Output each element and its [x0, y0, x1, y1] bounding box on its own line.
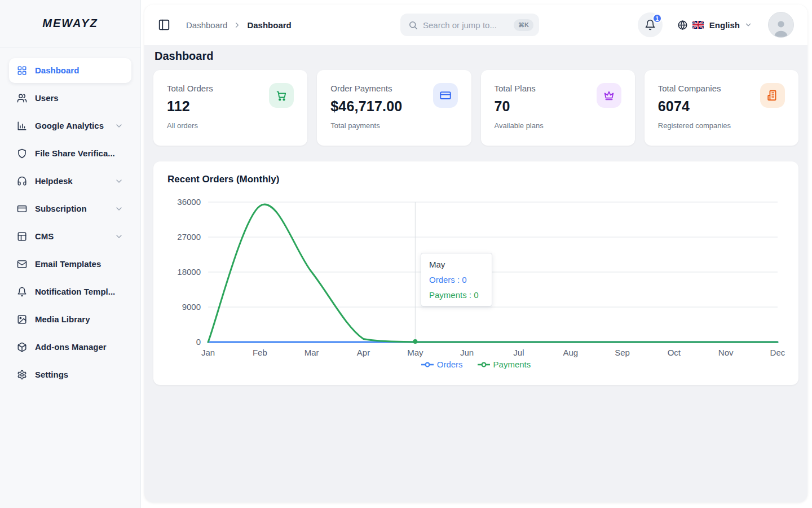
grid-icon	[17, 65, 27, 76]
sidebar-item-label: Media Library	[35, 314, 90, 325]
stat-subtitle: Registered companies	[658, 121, 785, 130]
sidebar-item-file-share-verification[interactable]: File Share Verifica...	[9, 141, 131, 166]
main-panel: Dashboard Dashboard ⌘K 1	[144, 5, 807, 502]
svg-text:Sep: Sep	[615, 348, 630, 357]
legend-item-orders[interactable]: Orders	[421, 360, 463, 369]
svg-text:Jan: Jan	[201, 348, 215, 357]
app-logo: MEWAYZ	[42, 17, 98, 30]
stat-card-order-payments: Order Payments $46,717.00 Total payments	[317, 70, 471, 146]
notifications-button[interactable]: 1	[638, 12, 663, 37]
package-icon	[17, 342, 27, 352]
sidebar-item-label: Dashboard	[35, 65, 79, 76]
stat-card-total-plans: Total Plans 70 Available plans	[481, 70, 635, 146]
svg-text:27000: 27000	[177, 232, 201, 242]
panel-left-icon	[158, 19, 170, 31]
chevron-down-icon	[114, 121, 123, 130]
chevron-down-icon	[114, 177, 123, 186]
headphones-icon	[17, 176, 27, 186]
sidebar-item-notification-templates[interactable]: Notification Templ...	[9, 279, 131, 304]
sidebar-item-addons-manager[interactable]: Add-ons Manager	[9, 335, 131, 360]
breadcrumb-current: Dashboard	[247, 20, 291, 30]
stat-subtitle: All orders	[167, 121, 294, 130]
sidebar-toggle-button[interactable]	[158, 19, 170, 31]
svg-text:May: May	[407, 348, 423, 357]
sidebar-item-label: Add-ons Manager	[35, 342, 107, 353]
svg-text:Mar: Mar	[304, 348, 319, 357]
sidebar-item-media-library[interactable]: Media Library	[9, 307, 131, 332]
sidebar-item-email-templates[interactable]: Email Templates	[9, 252, 131, 277]
tooltip-orders-row: Orders : 0	[429, 275, 484, 284]
sidebar-item-cms[interactable]: CMS	[9, 224, 131, 249]
keyboard-shortcut-badge: ⌘K	[514, 19, 533, 31]
person-icon	[773, 18, 789, 37]
chevron-down-icon	[744, 21, 752, 29]
sidebar-item-label: Settings	[35, 370, 68, 380]
credit-card-icon	[439, 89, 452, 102]
svg-text:Apr: Apr	[357, 348, 370, 357]
shield-icon	[17, 148, 27, 159]
sidebar-item-users[interactable]: Users	[9, 86, 131, 111]
search-input[interactable]	[423, 20, 509, 30]
content: Dashboard Total Orders 112 All orders Or…	[144, 45, 807, 385]
sidebar-item-label: Google Analytics	[35, 121, 104, 132]
sidebar-item-label: Email Templates	[35, 259, 101, 270]
svg-text:Nov: Nov	[718, 348, 734, 357]
sidebar-item-label: File Share Verifica...	[35, 148, 115, 159]
chart-legend: Orders Payments	[153, 360, 798, 369]
sidebar-item-label: CMS	[35, 231, 54, 242]
stat-card-total-orders: Total Orders 112 All orders	[153, 70, 307, 146]
tooltip-title: May	[429, 260, 484, 269]
avatar[interactable]	[768, 12, 794, 38]
legend-item-payments[interactable]: Payments	[478, 360, 531, 369]
crown-icon	[603, 89, 615, 102]
svg-text:Jun: Jun	[460, 348, 474, 357]
globe-icon	[677, 20, 688, 30]
svg-text:Feb: Feb	[253, 348, 267, 357]
stat-subtitle: Available plans	[495, 121, 621, 130]
legend-label: Payments	[493, 360, 531, 369]
svg-text:36000: 36000	[177, 197, 201, 207]
sidebar-item-dashboard[interactable]: Dashboard	[9, 58, 131, 83]
chart-card: Recent Orders (Monthly) 0900018000270003…	[153, 161, 798, 385]
svg-text:Jul: Jul	[513, 348, 524, 357]
svg-text:Oct: Oct	[668, 348, 681, 357]
svg-text:0: 0	[196, 337, 201, 347]
building-icon	[766, 89, 779, 102]
sidebar-item-label: Helpdesk	[35, 176, 73, 187]
page-title: Dashboard	[155, 49, 798, 63]
chevron-down-icon	[114, 204, 123, 213]
stat-iconbox	[597, 83, 621, 108]
sidebar-item-settings[interactable]: Settings	[9, 362, 131, 387]
cart-icon	[275, 89, 288, 102]
stat-iconbox	[269, 83, 294, 108]
line-dot-marker-icon	[421, 362, 434, 367]
sidebar-item-subscription[interactable]: Subscription	[9, 196, 131, 221]
svg-text:Dec: Dec	[770, 348, 785, 357]
breadcrumb-parent[interactable]: Dashboard	[186, 20, 227, 30]
sidebar-item-label: Notification Templ...	[35, 287, 115, 297]
logo-wrap: MEWAYZ	[0, 0, 140, 47]
layout-icon	[17, 231, 27, 242]
search-box[interactable]: ⌘K	[400, 14, 539, 36]
sidebar-item-helpdesk[interactable]: Helpdesk	[9, 169, 131, 194]
topbar-right: 1 English	[638, 12, 794, 38]
svg-text:18000: 18000	[177, 267, 201, 277]
stats-row: Total Orders 112 All orders Order Paymen…	[153, 70, 798, 146]
sidebar-nav: Dashboard Users Google Analytics File Sh…	[0, 47, 140, 401]
stat-iconbox	[760, 83, 785, 108]
chevron-right-icon	[233, 21, 241, 29]
uk-flag-icon	[692, 21, 704, 29]
image-icon	[17, 314, 27, 325]
chevron-down-icon	[114, 232, 123, 241]
language-selector[interactable]: English	[677, 20, 752, 30]
sidebar-item-google-analytics[interactable]: Google Analytics	[9, 113, 131, 138]
sidebar-item-label: Users	[35, 93, 59, 104]
bell-icon	[17, 287, 27, 297]
stat-subtitle: Total payments	[330, 121, 457, 130]
sidebar-item-label: Subscription	[35, 204, 87, 214]
sidebar: MEWAYZ Dashboard Users Google Analytics …	[0, 0, 141, 508]
svg-text:9000: 9000	[182, 302, 201, 312]
users-icon	[17, 93, 27, 103]
credit-card-icon	[17, 204, 27, 214]
topbar: Dashboard Dashboard ⌘K 1	[144, 5, 807, 45]
